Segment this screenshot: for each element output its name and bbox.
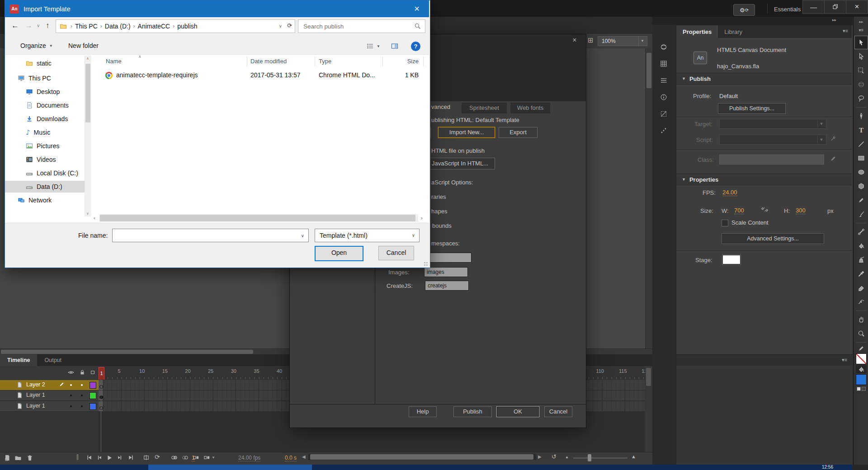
timeline-zoom-slider-thumb[interactable] (588, 454, 591, 461)
hscroll-right-icon[interactable]: › (421, 215, 423, 221)
list-hscrollbar[interactable] (99, 214, 418, 222)
layer-name[interactable]: Layer 1 (26, 403, 45, 409)
frame-rate-value[interactable]: 24.00 fps (238, 455, 260, 461)
close-app-button[interactable]: × (846, 0, 868, 14)
sidebar-item-local-disk-c-[interactable]: Local Disk (C:) (5, 167, 85, 179)
bone-tool[interactable] (854, 225, 868, 239)
chevron-right-icon[interactable]: › (99, 23, 103, 29)
onion-skin-button[interactable] (171, 454, 178, 461)
publish-section-header[interactable]: ▼Publish (676, 73, 852, 85)
zoom-in-frames-icon[interactable]: ▲ (631, 454, 636, 459)
search-box[interactable] (298, 19, 425, 33)
import-new-button[interactable]: Import New... (438, 127, 495, 138)
first-frame-button[interactable] (86, 454, 93, 461)
stage-hscroll-thumb[interactable] (1, 350, 253, 354)
namespace-field[interactable] (423, 253, 472, 263)
loop-button[interactable]: ⟳ (155, 453, 160, 461)
publish-settings-button[interactable]: Publish Settings... (718, 103, 786, 114)
tab-library[interactable]: Library (718, 25, 749, 38)
minimize-button[interactable]: — (802, 0, 825, 14)
zoom-out-frames-icon[interactable]: ▲ (565, 455, 569, 459)
search-input[interactable] (302, 23, 414, 30)
width-tool[interactable] (854, 295, 868, 309)
restore-button[interactable] (825, 0, 846, 14)
ink-bottle-tool[interactable] (854, 253, 868, 267)
sphere-panel-icon[interactable] (656, 40, 671, 54)
layer-visibility-dot[interactable] (70, 405, 72, 407)
preview-pane-icon[interactable] (391, 42, 398, 50)
hand-tool[interactable] (854, 313, 868, 326)
sidebar-item-videos[interactable]: Videos (5, 154, 85, 165)
eyedropper-tool[interactable] (854, 267, 868, 281)
cancel-button[interactable]: Cancel (544, 406, 572, 417)
chevron-down-icon[interactable]: ∨ (301, 233, 304, 238)
sidebar-scrollbar[interactable]: ∧ ∨ (85, 56, 91, 216)
layer-row-3[interactable]: Layer 1 (0, 401, 99, 412)
stage-color-swatch[interactable] (722, 255, 741, 264)
new-folder-button[interactable] (14, 454, 22, 461)
text-tool[interactable]: T (854, 123, 868, 137)
sidebar-item-data-d-[interactable]: Data (D:) (5, 181, 85, 193)
last-frame-button[interactable] (127, 454, 134, 461)
current-frame-value[interactable]: 1 (192, 455, 195, 461)
stage-zoom-select[interactable]: 100%▼ (598, 36, 647, 46)
timeline-hscrollbar[interactable] (308, 454, 536, 460)
panel-menu-icon[interactable]: ▾≡ (854, 24, 868, 35)
dots-panel-icon[interactable] (656, 124, 671, 137)
list-hscroll-thumb[interactable] (100, 215, 415, 221)
oval-tool[interactable] (854, 165, 868, 179)
timeline-hscroll-thumb[interactable] (310, 454, 533, 460)
file-row[interactable]: animatecc-template-requirejs2017-05-31 1… (94, 70, 425, 81)
breadcrumb-segment[interactable]: AnimateCC (136, 23, 172, 30)
open-button[interactable]: Open (315, 246, 363, 261)
file-type-select[interactable]: Template (*.html) ∨ (315, 229, 420, 242)
breadcrumb-segment[interactable]: publish (175, 23, 199, 30)
scale-content-checkbox[interactable] (722, 220, 728, 226)
column-header-name[interactable]: Name (106, 58, 122, 65)
layer-outline-color-swatch[interactable] (90, 392, 96, 399)
center-frame-button[interactable] (143, 454, 150, 461)
column-separator[interactable] (382, 56, 383, 66)
column-separator[interactable] (315, 56, 315, 66)
timeline-vscroll-thumb[interactable] (646, 368, 651, 386)
mesh-panel-icon[interactable] (656, 107, 671, 121)
sync-settings-button[interactable]: ⚙⟳ (733, 4, 755, 16)
chevron-down-icon[interactable]: ∨ (412, 233, 415, 238)
chevron-right-icon[interactable]: › (172, 23, 175, 29)
views-icon[interactable] (367, 42, 374, 50)
tab-spritesheet[interactable]: Spritesheet (462, 103, 507, 113)
info-panel-icon[interactable] (656, 90, 671, 104)
expand-panels-icon[interactable]: ▸▸ (832, 18, 836, 22)
ok-button[interactable]: OK (496, 406, 539, 417)
selection-tool[interactable] (854, 36, 868, 49)
chevron-down-icon[interactable]: ▼ (377, 44, 380, 48)
file-name-input[interactable] (116, 231, 301, 240)
free-transform-tool[interactable] (854, 64, 868, 77)
export-button[interactable]: Export (499, 127, 538, 138)
publish-button[interactable]: Publish (453, 406, 492, 417)
new-layer-button[interactable] (4, 454, 11, 461)
delete-layer-button[interactable] (26, 454, 33, 461)
play-button[interactable] (106, 454, 113, 461)
subselection-tool[interactable] (854, 50, 868, 63)
advanced-settings-button[interactable]: Advanced Settings... (722, 233, 824, 244)
sidebar-item-this-pc[interactable]: This PC (5, 72, 85, 84)
sidebar-item-documents[interactable]: Documents (5, 99, 85, 111)
createjs-field[interactable]: createjs (425, 281, 469, 291)
zoom-tool[interactable] (854, 327, 868, 340)
pen-tool[interactable] (854, 109, 868, 123)
layer-lock-dot[interactable] (81, 405, 83, 407)
panel-menu-icon[interactable]: ▾≡ (843, 28, 848, 34)
modify-markers-button[interactable] (203, 454, 210, 461)
timeline-zoom-slider[interactable] (573, 457, 627, 459)
rows-panel-icon[interactable] (656, 74, 671, 87)
fps-value[interactable]: 24.00 (722, 189, 737, 196)
eraser-tool[interactable] (854, 281, 868, 295)
address-bar[interactable]: › This PC›Data (D:)›AnimateCC›publish ∨ … (56, 19, 295, 33)
stage-vscrollbar[interactable] (645, 48, 653, 348)
layer-outline-color-swatch[interactable] (90, 403, 96, 410)
help-button[interactable]: Help (409, 406, 437, 417)
swap-colors-icon[interactable] (854, 387, 868, 391)
sidebar-item-desktop[interactable]: Desktop (5, 86, 85, 98)
clip-edit-icon[interactable]: ⊞ (588, 36, 594, 44)
